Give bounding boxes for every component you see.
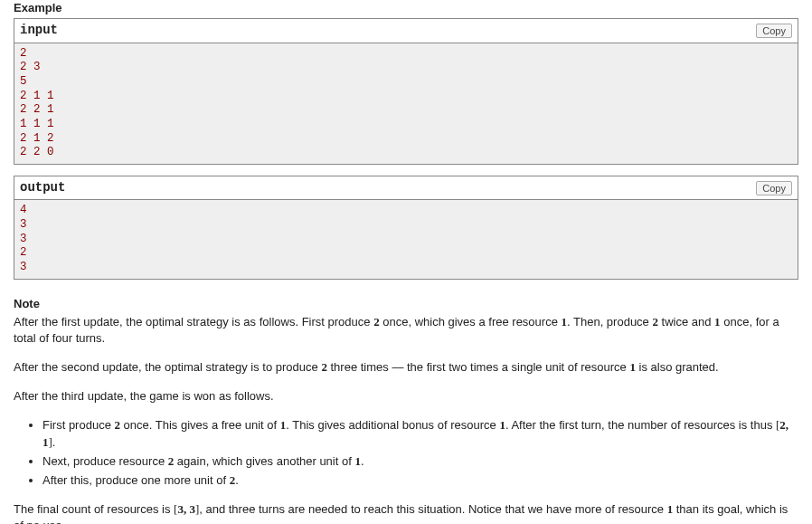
input-label: input — [20, 22, 58, 40]
text: . Then, produce — [567, 315, 652, 329]
list-item: After this, produce one more unit of 2. — [42, 472, 798, 489]
text: . This gives additional bonus of resourc… — [286, 418, 499, 432]
text: After the second update, the optimal str… — [14, 360, 321, 374]
note-heading: Note — [14, 296, 798, 312]
input-box: input Copy 2 2 3 5 2 1 1 2 2 1 1 1 1 2 1… — [14, 18, 798, 165]
list-item: Next, produce resource 2 again, which gi… — [42, 453, 798, 470]
text: once. This gives a free unit of — [120, 418, 280, 432]
note-p3: After the third update, the game is won … — [14, 388, 798, 405]
output-label: output — [20, 179, 65, 197]
input-header: input Copy — [14, 19, 798, 43]
text: . — [52, 435, 56, 449]
text: . — [361, 454, 364, 468]
example-heading: Example — [14, 0, 798, 16]
text: , and three turns are needed to reach th… — [199, 502, 666, 516]
note-block: Note After the first update, the optimal… — [14, 296, 798, 525]
output-header: output Copy — [14, 176, 798, 201]
text: . After the first turn, the number of re… — [505, 418, 776, 432]
list-item: First produce 2 once. This gives a free … — [42, 417, 798, 450]
text: After this, produce one more unit of — [42, 473, 230, 487]
output-content: 4 3 3 2 3 — [14, 200, 798, 278]
input-content: 2 2 3 5 2 1 1 2 2 1 1 1 1 2 1 2 2 2 0 — [14, 43, 798, 164]
note-p2: After the second update, the optimal str… — [14, 359, 798, 376]
output-box: output Copy 4 3 3 2 3 — [14, 176, 798, 280]
text: . — [235, 473, 239, 487]
note-p4: The final count of resources is [3, 3], … — [14, 501, 798, 524]
text: twice and — [658, 315, 714, 329]
text: three times — the first two times a sing… — [327, 360, 630, 374]
copy-output-button[interactable]: Copy — [756, 181, 792, 195]
text: After the first update, the optimal stra… — [14, 315, 373, 329]
text: once, which gives a free resource — [380, 315, 562, 329]
text: Next, produce resource — [42, 454, 168, 468]
math-pair: 3, 3 — [177, 502, 195, 516]
text: First produce — [42, 418, 114, 432]
text: is also granted. — [636, 360, 719, 374]
text: again, which gives another unit of — [174, 454, 354, 468]
note-list: First produce 2 once. This gives a free … — [14, 417, 798, 489]
text: The final count of resources is — [14, 502, 174, 516]
copy-input-button[interactable]: Copy — [756, 24, 792, 38]
note-p1: After the first update, the optimal stra… — [14, 314, 798, 347]
